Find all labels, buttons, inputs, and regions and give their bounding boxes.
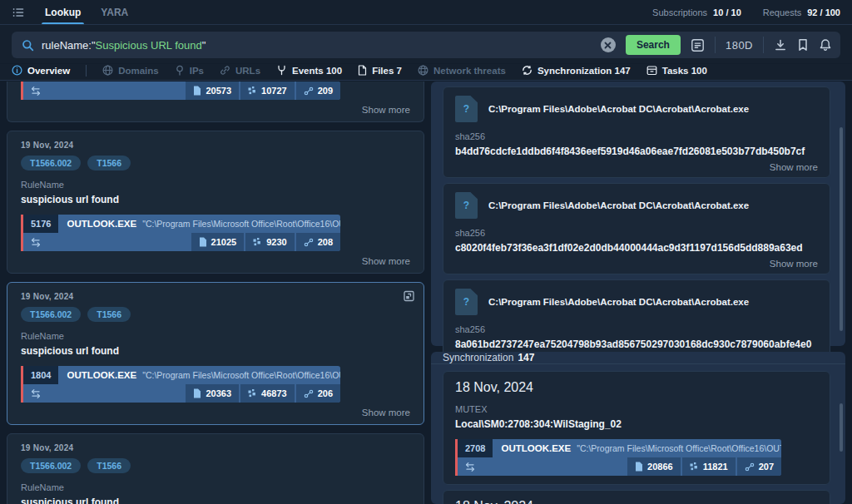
show-more-link[interactable]: Show more xyxy=(21,105,410,115)
sync-card: 18 Nov, 2024 xyxy=(443,490,830,504)
tab-files[interactable]: Files 7 xyxy=(358,65,402,76)
ti-lookup-app: Lookup YARA Subscriptions 10 / 10 Reques… xyxy=(0,0,852,504)
tab-yara[interactable]: YARA xyxy=(92,0,136,24)
mitre-tag[interactable]: T1566.002 xyxy=(21,307,81,322)
rule-name-value: suspicious url found xyxy=(21,194,410,205)
tab-tasks[interactable]: Tasks 100 xyxy=(646,65,707,76)
show-more-link[interactable]: Show more xyxy=(21,408,410,418)
process-cmdline: "C:\Program Files\Microsoft Office\Root\… xyxy=(142,219,340,229)
process-block[interactable]: 5176 OUTLOOK.EXE "C:\Program Files\Micro… xyxy=(21,215,340,251)
search-query-text: ruleName:"Suspicious URL found" xyxy=(42,39,591,52)
search-button[interactable]: Search xyxy=(626,35,681,55)
process-count-icon xyxy=(690,462,699,472)
sha256-value: b4dd76cdcfe1ddbd6f4f8436eef5919d46a06eae… xyxy=(455,146,818,157)
mitre-tag[interactable]: T1566 xyxy=(87,458,131,473)
divider xyxy=(86,65,87,77)
subscriptions-label: Subscriptions xyxy=(652,7,707,17)
file-card: ? C:\Program Files\Adobe\Acrobat DC\Acro… xyxy=(443,86,830,178)
bell-icon[interactable] xyxy=(819,38,832,52)
swap-arrows-icon xyxy=(30,86,42,96)
info-icon xyxy=(12,65,22,76)
swap-arrows-icon xyxy=(464,462,476,472)
connection-count-icon xyxy=(745,462,755,472)
tab-domains[interactable]: Domains xyxy=(102,65,159,76)
scrollbar[interactable] xyxy=(840,403,843,452)
mitre-tag[interactable]: T1566 xyxy=(87,156,131,170)
event-card: 19 Nov, 2024 T1566.002 T1566 RuleName su… xyxy=(7,131,424,274)
process-count-icon xyxy=(253,238,262,247)
divider xyxy=(715,37,716,53)
file-path: C:\Program Files\Adobe\Acrobat DC\Acroba… xyxy=(488,200,749,210)
file-path: C:\Program Files\Adobe\Acrobat DC\Acroba… xyxy=(488,104,749,114)
file-count-icon xyxy=(199,237,207,247)
process-cmdline: "C:\Program Files\Microsoft Office\Root\… xyxy=(142,370,340,380)
synchronization-panel: Synchronization 147 18 Nov, 2024 MUTEX L… xyxy=(431,352,845,504)
tab-lookup[interactable]: Lookup xyxy=(37,0,89,24)
process-name: OUTLOOK.EXE xyxy=(67,370,136,380)
tab-synchronization[interactable]: Synchronization 147 xyxy=(522,65,631,76)
subscriptions-value: 10 / 10 xyxy=(713,7,741,17)
tab-domains-label: Domains xyxy=(118,66,159,76)
file-card: ? C:\Program Files\Adobe\Acrobat DC\Acro… xyxy=(443,183,830,274)
event-date: 19 Nov, 2024 xyxy=(21,443,410,452)
query-examples-icon[interactable] xyxy=(691,38,705,52)
process-block[interactable]: 20573 10727 209 xyxy=(21,82,340,100)
process-pid: 2708 xyxy=(458,439,493,457)
period-selector[interactable]: 180D xyxy=(726,39,753,52)
rule-name-value: suspicious url found xyxy=(21,497,410,504)
event-date: 19 Nov, 2024 xyxy=(21,292,410,301)
tab-ips-label: IPs xyxy=(190,66,204,76)
show-more-link[interactable]: Show more xyxy=(455,162,818,172)
divider xyxy=(763,37,764,53)
pin-icon xyxy=(175,65,185,76)
processes-count-chip: 9230 xyxy=(245,233,294,251)
unknown-file-icon: ? xyxy=(455,289,478,315)
mitre-tag[interactable]: T1566.002 xyxy=(21,156,81,170)
sync-icon xyxy=(522,65,532,76)
sha256-label: sha256 xyxy=(455,228,818,238)
scrollbar[interactable] xyxy=(840,127,843,331)
unknown-file-icon: ? xyxy=(455,192,478,219)
tab-ips[interactable]: IPs xyxy=(175,65,204,76)
sync-date: 18 Nov, 2024 xyxy=(455,380,818,395)
event-card-selected: 19 Nov, 2024 T1566.002 T1566 RuleName su… xyxy=(7,282,424,425)
process-block[interactable]: 2708 OUTLOOK.EXE "C:\Program Files\Micro… xyxy=(455,439,781,476)
tab-overview-label: Overview xyxy=(27,66,70,76)
show-more-link[interactable]: Show more xyxy=(21,256,410,266)
globe-grid-icon xyxy=(418,65,428,76)
branch-icon xyxy=(276,65,287,76)
menu-list-icon[interactable] xyxy=(12,0,25,24)
connections-count-chip: 207 xyxy=(737,457,781,476)
tab-tasks-label: Tasks 100 xyxy=(662,66,707,76)
details-column: ? C:\Program Files\Adobe\Acrobat DC\Acro… xyxy=(431,82,845,504)
connections-count-chip: 206 xyxy=(296,384,340,403)
tab-network-threats[interactable]: Network threats xyxy=(418,65,506,76)
open-in-window-icon[interactable] xyxy=(403,290,415,302)
processes-count-chip: 10727 xyxy=(240,82,295,100)
sha256-value: c8020f4feb73f36ea3f1df02e2d0db44000444ac… xyxy=(455,242,818,254)
swap-arrows-icon xyxy=(30,388,42,399)
file-count-icon xyxy=(193,86,201,96)
download-icon[interactable] xyxy=(774,38,787,52)
sync-date: 18 Nov, 2024 xyxy=(455,499,818,504)
mitre-tag[interactable]: T1566 xyxy=(87,307,131,322)
process-block[interactable]: 1804 OUTLOOK.EXE "C:\Program Files\Micro… xyxy=(21,366,340,403)
show-more-link[interactable]: Show more xyxy=(455,259,818,269)
search-icon xyxy=(22,39,34,52)
mitre-tag[interactable]: T1566.002 xyxy=(21,458,81,473)
tab-overview[interactable]: Overview xyxy=(12,65,70,76)
tab-events[interactable]: Events 100 xyxy=(276,65,342,76)
rule-name-label: RuleName xyxy=(21,180,410,190)
bookmark-icon[interactable] xyxy=(797,38,809,52)
tab-urls[interactable]: URLs xyxy=(220,65,260,76)
process-name: OUTLOOK.EXE xyxy=(67,219,136,229)
files-count-chip: 21025 xyxy=(191,233,245,251)
process-pid: 5176 xyxy=(23,215,58,233)
results-area: 20573 10727 209 Show more 19 Nov, 2024 T… xyxy=(0,81,852,504)
event-card: 19 Nov, 2024 T1566.002 T1566 RuleName su… xyxy=(7,433,424,504)
clear-search-icon[interactable] xyxy=(601,37,616,52)
connections-count-chip: 208 xyxy=(296,233,340,251)
rule-name-label: RuleName xyxy=(21,482,410,492)
synchronization-panel-header: Synchronization 147 xyxy=(431,352,845,364)
search-input[interactable]: ruleName:"Suspicious URL found" Search 1… xyxy=(12,32,840,58)
